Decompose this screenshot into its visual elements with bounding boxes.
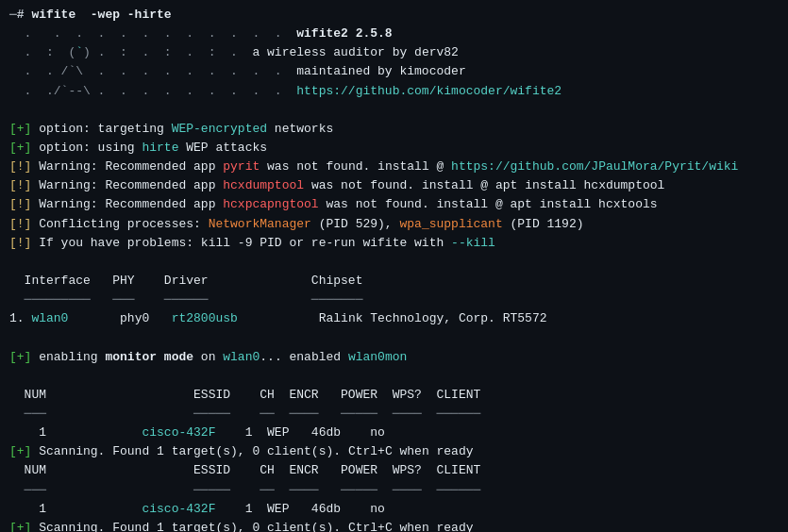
blank2 bbox=[9, 253, 779, 272]
msg-hcxpcap: [!] Warning: Recommended app hcxpcapngto… bbox=[9, 195, 779, 214]
msg-hirte: [+] option: using hirte WEP attacks bbox=[9, 139, 779, 158]
scan-header-1: NUM ESSID CH ENCR POWER WPS? CLIENT bbox=[9, 386, 779, 405]
logo-row2: . : (`) . : . : . : . a wireless auditor… bbox=[9, 43, 779, 62]
logo-row4: . ./`--\ . . . . . . . . . https://githu… bbox=[9, 82, 779, 101]
msg-conflict: [!] Conflicting processes: NetworkManage… bbox=[9, 215, 779, 234]
scan-header-2: NUM ESSID CH ENCR POWER WPS? CLIENT bbox=[9, 461, 779, 480]
monitor-mode: [+] enabling monitor mode on wlan0... en… bbox=[9, 348, 779, 367]
prompt-line: ─# wifite -wep -hirte bbox=[9, 6, 779, 25]
msg-hcxdump: [!] Warning: Recommended app hcxdumptool… bbox=[9, 176, 779, 195]
iface-header: Interface PHY Driver Chipset bbox=[9, 272, 779, 291]
scan-row-2a: 1 cisco-432F 1 WEP 46db no bbox=[9, 500, 779, 519]
scan-row-1a: 1 cisco-432F 1 WEP 46db no bbox=[9, 424, 779, 442]
iface-divider: ───────── ─── ────── ─────── bbox=[9, 291, 779, 309]
logo-row3: . . /`\ . . . . . . . . . maintained by … bbox=[9, 62, 779, 81]
scan-divider-2: ─── ───── ── ──── ───── ──── ────── bbox=[9, 481, 779, 500]
blank3 bbox=[9, 328, 779, 347]
msg-pyrit: [!] Warning: Recommended app pyrit was n… bbox=[9, 158, 779, 176]
blank4 bbox=[9, 367, 779, 386]
iface-row: 1. wlan0 phy0 rt2800usb Ralink Technolog… bbox=[9, 309, 779, 328]
blank1 bbox=[9, 101, 779, 120]
scan-found-1: [+] Scanning. Found 1 target(s), 0 clien… bbox=[9, 442, 779, 461]
terminal-window: ─# wifite -wep -hirte . . . . . . . . . … bbox=[0, 0, 788, 532]
scan-divider-1: ─── ───── ── ──── ───── ──── ────── bbox=[9, 405, 779, 424]
scan-found-2: [+] Scanning. Found 1 target(s), 0 clien… bbox=[9, 519, 779, 532]
msg-targeting: [+] option: targeting WEP-encrypted netw… bbox=[9, 120, 779, 139]
logo-row1: . . . . . . . . . . . . wifite2 2.5.8 bbox=[9, 25, 779, 43]
msg-problems: [!] If you have problems: kill -9 PID or… bbox=[9, 234, 779, 253]
